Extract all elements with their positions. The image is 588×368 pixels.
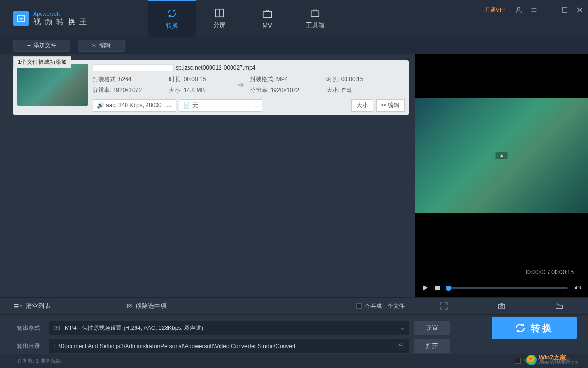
file-list: sp.jzsc.net000012-000027.mp4 封装格式: h264 … xyxy=(0,54,415,297)
source-col2: 时长: 00:00:15 大小: 14.8 MB xyxy=(169,75,231,94)
settings-button[interactable]: 设置 xyxy=(414,321,450,335)
action-toolbar: + 添加文件 ✂ 编辑 xyxy=(0,37,588,54)
format-label: 输出格式: xyxy=(17,324,44,332)
snapshot-icon[interactable] xyxy=(497,302,506,310)
vip-button[interactable]: 开通VIP xyxy=(484,6,505,14)
format-field[interactable]: MP4 - 保持源视频设置 (H.264; AAC, 128Kbps, 双声道)… xyxy=(49,321,409,335)
shutdown-checkbox[interactable] xyxy=(515,358,521,364)
audio-value: aac, 340 Kbps, 48000 ... xyxy=(106,102,168,109)
slider-thumb[interactable] xyxy=(446,286,451,291)
remove-selected-button[interactable]: ☒ 移除选中项 xyxy=(127,302,167,310)
svg-point-5 xyxy=(517,8,520,10)
svg-rect-3 xyxy=(263,11,272,17)
tab-toolbox[interactable]: 工具箱 xyxy=(291,0,339,37)
subtitle-value: 无 xyxy=(192,102,255,110)
video-format-icon xyxy=(53,325,60,331)
clear-label: 清空列表 xyxy=(26,302,51,310)
folder-icon[interactable] xyxy=(555,302,564,310)
status-bar: 任务数: 1 准备就绪 转换完成后关闭电脑 xyxy=(0,354,588,368)
user-icon[interactable] xyxy=(514,6,523,14)
svg-rect-0 xyxy=(18,15,24,22)
toolbox-icon xyxy=(310,8,320,18)
svg-point-10 xyxy=(531,10,531,10)
dir-label: 输出目录: xyxy=(17,342,44,350)
save-icon[interactable] xyxy=(398,343,404,349)
dir-field[interactable]: E:\Document And Settings3\Administrator\… xyxy=(49,339,409,353)
filename-row: sp.jzsc.net000012-000027.mp4 xyxy=(93,64,405,73)
svg-rect-4 xyxy=(311,11,319,16)
maximize-button[interactable] xyxy=(560,6,569,14)
file-item[interactable]: sp.jzsc.net000012-000027.mp4 封装格式: h264 … xyxy=(13,60,409,115)
tab-mv[interactable]: MV xyxy=(243,0,291,37)
tab-label: 工具箱 xyxy=(306,21,325,30)
metadata-row: 封装格式: h264 分辨率: 1920×1072 时长: 00:00:15 大… xyxy=(93,73,405,96)
merge-label: 合并成一个文件 xyxy=(365,302,405,310)
tab-split[interactable]: 分屏 xyxy=(196,0,243,37)
svg-rect-23 xyxy=(400,344,402,345)
merge-checkbox[interactable]: 合并成一个文件 xyxy=(356,302,409,310)
format-value: MP4 - 保持源视频设置 (H.264; AAC, 128Kbps, 双声道) xyxy=(65,324,203,332)
volume-button[interactable] xyxy=(574,284,581,292)
svg-marker-16 xyxy=(423,285,428,291)
scissors-icon: ✂ xyxy=(92,42,96,49)
chevron-down-icon: ⌵ xyxy=(168,102,172,109)
minimize-button[interactable] xyxy=(545,6,554,14)
size-label: 大小 xyxy=(357,102,368,110)
checkbox-icon xyxy=(356,303,362,309)
playback-controls xyxy=(422,284,581,292)
arrow-right-icon: ➔ xyxy=(231,80,250,90)
svg-point-19 xyxy=(501,306,503,308)
svg-rect-22 xyxy=(399,344,403,348)
add-file-label: 添加文件 xyxy=(33,41,56,50)
app-title: 视频转换王 xyxy=(33,17,91,26)
tab-convert[interactable]: 转换 xyxy=(148,0,196,37)
edit-button[interactable]: ✂ 编辑 xyxy=(78,40,125,52)
item-edit-button[interactable]: ✂ 编辑 xyxy=(376,99,405,112)
remove-label: 移除选中项 xyxy=(136,302,167,310)
filename-text: sp.jzsc.net000012-000027.mp4 xyxy=(176,64,255,71)
close-button[interactable] xyxy=(576,6,584,14)
mid-toolbar-row: ☰× 清空列表 ☒ 移除选中项 合并成一个文件 xyxy=(0,297,588,315)
svg-rect-13 xyxy=(562,8,567,12)
menu-icon[interactable] xyxy=(530,6,538,14)
svg-point-9 xyxy=(531,8,531,8)
edit-label: 编辑 xyxy=(388,102,399,110)
size-button[interactable]: 大小 xyxy=(351,99,373,112)
title-bar: Apowersoft 视频转换王 转换 分屏 MV 工具箱 开通VIP xyxy=(0,0,588,37)
audio-dropdown[interactable]: 🔊 aac, 340 Kbps, 48000 ... ⌵ xyxy=(93,99,176,112)
window-controls: 开通VIP xyxy=(484,6,584,14)
clear-icon: ☰× xyxy=(13,303,23,310)
seek-slider[interactable] xyxy=(446,287,568,289)
refresh-icon xyxy=(514,322,526,334)
tab-label: 转换 xyxy=(166,21,178,30)
preview-video: ▲ xyxy=(415,98,588,213)
split-icon xyxy=(214,8,225,18)
add-file-button[interactable]: + 添加文件 xyxy=(13,40,70,52)
stop-button[interactable] xyxy=(434,285,440,291)
playback-time: 00:00:00 / 00:00:15 xyxy=(525,269,574,276)
dir-value: E:\Document And Settings3\Administrator\… xyxy=(53,343,295,349)
chevron-down-icon: ⌵ xyxy=(401,325,404,331)
output-dir-row: 输出目录: E:\Document And Settings3\Administ… xyxy=(17,339,581,353)
target-col2: 时长: 00:00:15 大小: 自动 xyxy=(326,75,405,94)
convert-button[interactable]: 转换 xyxy=(492,317,577,339)
list-toolbar: ☰× 清空列表 ☒ 移除选中项 合并成一个文件 xyxy=(0,297,415,315)
scissors-icon: ✂ xyxy=(381,102,386,109)
file-details: sp.jzsc.net000012-000027.mp4 封装格式: h264 … xyxy=(93,64,405,112)
target-col1: 封装格式: MP4 分辨率: 1920×1072 xyxy=(250,75,326,94)
svg-rect-18 xyxy=(498,304,505,309)
refresh-icon xyxy=(167,8,177,19)
video-thumbnail xyxy=(17,64,88,106)
open-button[interactable]: 打开 xyxy=(414,339,450,353)
play-button[interactable] xyxy=(422,285,429,291)
subtitle-dropdown[interactable]: 📄 无 ⌵ xyxy=(179,99,262,112)
plus-icon: + xyxy=(27,42,31,49)
source-col1: 封装格式: h264 分辨率: 1920×1072 xyxy=(93,75,169,94)
item-controls: 🔊 aac, 340 Kbps, 48000 ... ⌵ 📄 无 ⌵ 大小 xyxy=(93,99,405,112)
tv-icon xyxy=(262,9,273,19)
windows-logo-icon xyxy=(526,355,537,365)
status-left: 任务数: 1 准备就绪 xyxy=(17,358,61,365)
fullscreen-icon[interactable] xyxy=(440,302,448,310)
main-tabs: 转换 分屏 MV 工具箱 xyxy=(148,0,339,37)
clear-list-button[interactable]: ☰× 清空列表 xyxy=(13,302,51,310)
